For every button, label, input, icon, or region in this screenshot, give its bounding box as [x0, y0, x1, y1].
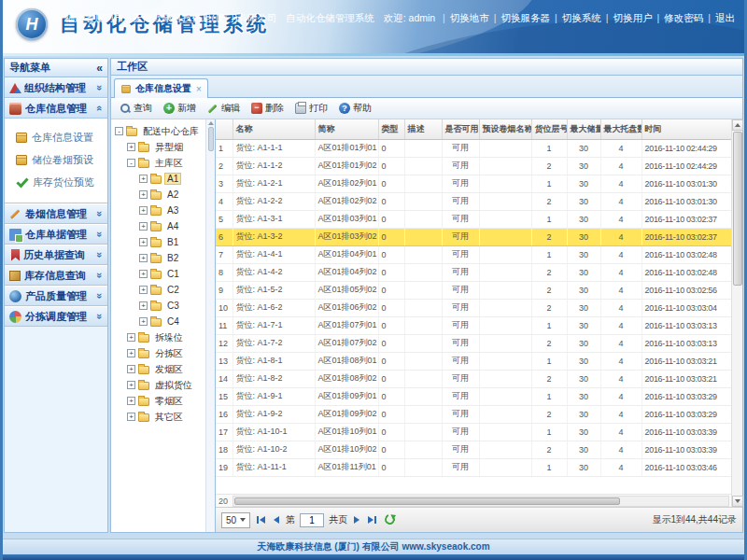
- page-size-select[interactable]: 50: [221, 512, 250, 528]
- table-row[interactable]: 2货位: A1-1-2A区01排01列020可用23042016-11-10 0…: [216, 157, 731, 175]
- tree-node[interactable]: +虚拟货位: [111, 377, 205, 393]
- tab-close-icon[interactable]: ×: [196, 84, 202, 94]
- toolbar-edit-button[interactable]: 编辑: [203, 100, 245, 117]
- tree-node[interactable]: +C3: [111, 298, 205, 314]
- column-header-max_capacity[interactable]: 最大储量: [567, 119, 600, 139]
- tree-expander-icon[interactable]: +: [127, 333, 135, 342]
- column-header-desc[interactable]: 描述: [404, 119, 442, 139]
- sidebar-item[interactable]: 组织结构管理»: [5, 77, 107, 98]
- tree-node[interactable]: -配送中心仓库: [111, 123, 205, 139]
- table-row[interactable]: 12货位: A1-7-2A区01排07列020可用23042016-11-10 …: [216, 334, 731, 352]
- sidebar-item[interactable]: 库存信息查询»: [5, 265, 107, 286]
- tree-expander-icon[interactable]: +: [139, 286, 148, 294]
- column-header-preset[interactable]: 预设卷烟名称: [479, 119, 531, 139]
- sidebar-subitem[interactable]: 库存货位预览: [5, 171, 107, 193]
- tree-node[interactable]: -主库区: [111, 155, 205, 171]
- tree-expander-icon[interactable]: +: [139, 301, 148, 310]
- tree-expander-icon[interactable]: +: [139, 175, 148, 183]
- tree-expander-icon[interactable]: +: [139, 270, 148, 278]
- sidebar-item[interactable]: 仓库单据管理»: [5, 224, 107, 245]
- tree-expander-icon[interactable]: +: [127, 381, 135, 389]
- column-header-time[interactable]: 时间: [641, 119, 731, 139]
- sidebar-item[interactable]: 卷烟信息管理»: [5, 203, 107, 224]
- table-row[interactable]: 9货位: A1-5-2A区01排05列020可用23042016-11-10 0…: [216, 281, 731, 299]
- table-row[interactable]: 15货位: A1-9-1A区01排09列010可用13042016-11-10 …: [216, 387, 731, 405]
- top-nav-link-3[interactable]: 切换用户: [613, 12, 653, 23]
- tree-expander-icon[interactable]: +: [139, 206, 148, 215]
- scroll-up-icon[interactable]: [208, 121, 214, 125]
- column-header-max_pallets[interactable]: 最大托盘数: [600, 119, 641, 139]
- tree-node[interactable]: +分拣区: [111, 345, 205, 361]
- tree-scrollbar[interactable]: [205, 119, 215, 532]
- tree-expander-icon[interactable]: +: [139, 254, 148, 262]
- tree-node[interactable]: +零烟区: [111, 393, 205, 409]
- table-row[interactable]: 5货位: A1-3-1A区01排03列010可用13042016-11-10 0…: [216, 210, 731, 228]
- table-row[interactable]: 3货位: A1-2-1A区01排02列010可用13042016-11-10 0…: [216, 175, 731, 192]
- tree-expander-icon[interactable]: +: [127, 143, 135, 151]
- refresh-button[interactable]: [383, 512, 397, 528]
- column-header-type[interactable]: 类型: [378, 119, 404, 139]
- toolbar-add-button[interactable]: 新增: [159, 100, 201, 117]
- table-row[interactable]: 16货位: A1-9-2A区01排09列020可用23042016-11-10 …: [216, 405, 731, 423]
- tree-expander-icon[interactable]: +: [127, 397, 135, 405]
- vertical-scrollbar-thumb[interactable]: [733, 132, 742, 286]
- tree-node[interactable]: +C4: [111, 314, 205, 329]
- tree-node[interactable]: +B2: [111, 250, 205, 266]
- tree-expander-icon[interactable]: +: [139, 222, 148, 231]
- tree-expander-icon[interactable]: +: [139, 190, 148, 199]
- tree-expander-icon[interactable]: -: [115, 127, 123, 135]
- tree-node[interactable]: +C2: [111, 282, 205, 298]
- table-row[interactable]: 8货位: A1-4-2A区01排04列020可用23042016-11-10 0…: [216, 263, 731, 281]
- table-row[interactable]: 18货位: A1-10-2A区01排10列020可用23042016-11-10…: [216, 441, 731, 458]
- column-header-name[interactable]: 名称: [233, 119, 315, 139]
- sidebar-subitem[interactable]: 仓库信息设置: [5, 126, 107, 148]
- table-row[interactable]: 7货位: A1-4-1A区01排04列010可用13042016-11-10 0…: [216, 245, 731, 263]
- top-nav-link-2[interactable]: 切换系统: [562, 12, 601, 23]
- sidebar-item[interactable]: 仓库信息管理«: [5, 98, 107, 119]
- first-page-button[interactable]: [255, 514, 267, 525]
- toolbar-search-button[interactable]: 查询: [115, 100, 157, 117]
- tree-node[interactable]: +A4: [111, 218, 205, 234]
- table-row[interactable]: 14货位: A1-8-2A区01排08列020可用23042016-11-10 …: [216, 370, 731, 387]
- tree-expander-icon[interactable]: +: [127, 349, 135, 357]
- tree-expander-icon[interactable]: +: [139, 238, 148, 246]
- column-header-layer[interactable]: 货位层号: [531, 119, 567, 139]
- tree-node[interactable]: +A2: [111, 187, 205, 203]
- table-row[interactable]: 10货位: A1-6-2A区01排06列020可用23042016-11-10 …: [216, 299, 731, 316]
- tree-expander-icon[interactable]: +: [127, 365, 135, 373]
- table-row[interactable]: 6货位: A1-3-2A区01排03列020可用23042016-11-10 0…: [216, 228, 731, 245]
- column-header-abbr[interactable]: 简称: [315, 119, 378, 139]
- tree-node[interactable]: +A1: [111, 171, 205, 187]
- top-nav-link-4[interactable]: 修改密码: [664, 12, 703, 23]
- sidebar-subitem[interactable]: 储位卷烟预设: [5, 148, 107, 171]
- next-page-button[interactable]: [352, 514, 361, 525]
- toolbar-help-button[interactable]: 帮助: [334, 100, 376, 117]
- scroll-down-button[interactable]: [732, 496, 743, 507]
- sidebar-item[interactable]: 产品质量管理»: [5, 286, 107, 306]
- tree-node[interactable]: +其它区: [111, 409, 205, 425]
- tree-node[interactable]: +B1: [111, 234, 205, 250]
- last-page-button[interactable]: [366, 514, 378, 525]
- table-vertical-scrollbar[interactable]: [731, 119, 742, 507]
- table-row[interactable]: 1货位: A1-1-1A区01排01列010可用13042016-11-10 0…: [216, 139, 731, 157]
- tree-node[interactable]: +拆垛位: [111, 329, 205, 345]
- prev-page-button[interactable]: [272, 514, 281, 525]
- tree-expander-icon[interactable]: +: [127, 413, 135, 421]
- tree-expander-icon[interactable]: -: [127, 159, 135, 167]
- table-row[interactable]: 19货位: A1-11-1A区01排11列010可用13042016-11-10…: [216, 458, 731, 476]
- tree-scrollbar-thumb[interactable]: [208, 127, 214, 151]
- column-header-available[interactable]: 是否可用: [442, 119, 479, 139]
- sidebar-item[interactable]: 历史单据查询»: [5, 245, 107, 265]
- table-row[interactable]: 4货位: A1-2-2A区01排02列020可用23042016-11-10 0…: [216, 192, 731, 210]
- tree-node[interactable]: +发烟区: [111, 361, 205, 377]
- top-nav-link-1[interactable]: 切换服务器: [501, 12, 551, 23]
- top-nav-link-0[interactable]: 切换地市: [450, 12, 489, 23]
- tree-expander-icon[interactable]: +: [139, 317, 148, 326]
- tree-node[interactable]: +C1: [111, 266, 205, 282]
- table-row[interactable]: 13货位: A1-8-1A区01排08列010可用13042016-11-10 …: [216, 352, 731, 370]
- top-nav-link-5[interactable]: 退出: [715, 12, 735, 23]
- page-number-input[interactable]: [300, 513, 324, 527]
- tree-node[interactable]: +异型烟: [111, 139, 205, 155]
- toolbar-delete-button[interactable]: 删除: [247, 100, 289, 117]
- horizontal-scrollbar-thumb[interactable]: [234, 497, 620, 505]
